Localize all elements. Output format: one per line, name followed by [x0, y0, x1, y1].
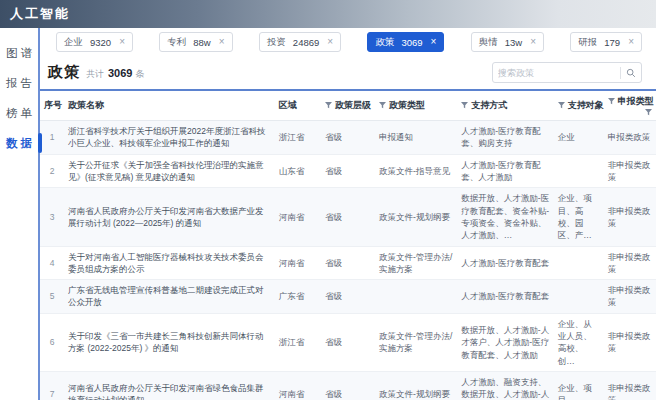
apply-type-cell: 非申报类政策 [604, 188, 656, 246]
filter-tag-3[interactable]: 政策3069× [367, 32, 444, 52]
column-header-label: 政策类型 [389, 100, 425, 110]
table-row: 1浙江省科学技术厅关于组织开展2022年度浙江省科技小巨人企业、科技领军企业申报… [40, 121, 656, 155]
policy-type-cell: 政策文件-规划纲要 [375, 372, 457, 400]
total-count: 3069 [108, 67, 132, 79]
policy-name[interactable]: 浙江省科学技术厅关于组织开展2022年度浙江省科技小巨人企业、科技领军企业申报工… [64, 121, 275, 155]
apply-type-cell: 非申报类政策 [604, 313, 656, 371]
top-header-bar: 人工智能 [0, 0, 656, 28]
tag-count: 179 [604, 37, 620, 48]
column-header-2: 区域 [275, 91, 321, 121]
column-header-5[interactable]: 支持方式 [457, 91, 553, 121]
close-icon[interactable]: × [431, 37, 437, 47]
column-header-label: 支持对象 [568, 100, 604, 110]
column-header-6[interactable]: 支持对象 [554, 91, 604, 121]
tag-count: 9320 [90, 37, 111, 48]
column-header-4[interactable]: 政策类型 [375, 91, 457, 121]
filter-icon[interactable] [461, 102, 468, 109]
close-icon[interactable]: × [119, 37, 125, 47]
search-input[interactable] [498, 68, 615, 78]
tag-label: 企业 [64, 36, 83, 49]
policy-type-cell: 政策文件-管理办法/实施方案 [375, 313, 457, 371]
row-number: 5 [40, 280, 64, 314]
search-icon[interactable] [626, 68, 636, 78]
policy-name[interactable]: 关于对河南省人工智能医疗器械科技攻关技术委员会委员组成方案的公示 [64, 246, 275, 280]
sidebar-item-3[interactable]: 数 据 [0, 128, 38, 158]
level-cell: 省级 [321, 313, 375, 371]
tag-label: 研报 [578, 36, 597, 49]
filter-tag-bar: 企业9320×专利88w×投资24869×政策3069×舆情13w×研报179× [40, 28, 656, 54]
region-cell: 山东省 [275, 154, 321, 188]
policy-name[interactable]: 关于印发《三省一市共建长三角科技创新共同体行动方案 (2022-2025年) 》… [64, 313, 275, 371]
total-prefix-label: 共计 [86, 68, 104, 81]
level-cell: 省级 [321, 154, 375, 188]
row-number: 6 [40, 313, 64, 371]
region-cell: 河南省 [275, 188, 321, 246]
filter-icon[interactable] [325, 102, 332, 109]
region-cell: 浙江省 [275, 121, 321, 155]
policy-type-cell: 申报通知 [375, 121, 457, 155]
close-icon[interactable]: × [219, 37, 225, 47]
filter-icon[interactable] [608, 98, 615, 105]
apply-type-cell: 非申报类政策 [604, 372, 656, 400]
active-indicator [38, 133, 42, 153]
support-target-cell [554, 154, 604, 188]
filter-tag-0[interactable]: 企业9320× [56, 32, 133, 52]
policy-panel: 政策 共计 3069 条 [40, 54, 656, 400]
apply-type-cell: 非申报类政策 [604, 154, 656, 188]
policy-name[interactable]: 河南省人民政府办公厅关于印发河南省绿色食品集群培育行动计划的通知 [64, 372, 275, 400]
column-header-label: 申报类型 [618, 96, 654, 106]
region-cell: 浙江省 [275, 313, 321, 371]
column-header-label: 政策名称 [68, 100, 104, 110]
filter-icon[interactable] [645, 109, 652, 116]
table-row: 7河南省人民政府办公厅关于印发河南省绿色食品集群培育行动计划的通知河南省省级政策… [40, 372, 656, 400]
filter-tag-4[interactable]: 舆情13w× [471, 32, 544, 52]
column-header-7[interactable]: 申报类型 [604, 91, 656, 121]
level-cell: 省级 [321, 121, 375, 155]
row-number: 4 [40, 246, 64, 280]
row-number: 3 [40, 188, 64, 246]
sidebar-item-0[interactable]: 图 谱 [0, 38, 38, 68]
filter-tag-1[interactable]: 专利88w× [159, 32, 232, 52]
filter-tag-2[interactable]: 投资24869× [259, 32, 341, 52]
filter-tag-5[interactable]: 研报179× [570, 32, 642, 52]
close-icon[interactable]: × [628, 37, 634, 47]
support-target-cell: 企业 [554, 121, 604, 155]
filter-icon[interactable] [379, 102, 386, 109]
policy-table: 序号政策名称区域政策层级政策类型支持方式支持对象申报类型 1浙江省科学技术厅关于… [40, 91, 656, 400]
sidebar-item-2[interactable]: 榜 单 [0, 98, 38, 128]
policy-name[interactable]: 关于公开征求《关于加强全省科技伦理治理的实施意见》(征求意见稿) 意见建议的通知 [64, 154, 275, 188]
row-number: 7 [40, 372, 64, 400]
column-header-1: 政策名称 [64, 91, 275, 121]
table-row: 4关于对河南省人工智能医疗器械科技攻关技术委员会委员组成方案的公示河南省省级政策… [40, 246, 656, 280]
search-box [492, 62, 642, 83]
app-window: 人工智能 图 谱报 告榜 单数 据 企业9320×专利88w×投资24869×政… [0, 0, 656, 400]
section-title: 政策 [48, 63, 80, 82]
support-mode-cell: 人才激励-医疗教育配套 [457, 280, 553, 314]
support-mode-cell: 人才激励、融资支持、数据开放、人才激励-人才落户 [457, 372, 553, 400]
policy-type-cell: 政策文件-规划纲要 [375, 188, 457, 246]
region-cell: 广东省 [275, 280, 321, 314]
policy-name[interactable]: 广东省无线电管理宣传科普基地二期建设完成正式对公众开放 [64, 280, 275, 314]
policy-type-cell [375, 280, 457, 314]
tag-count: 13w [505, 37, 522, 48]
level-cell: 省级 [321, 372, 375, 400]
policy-type-cell: 政策文件-指导意见 [375, 154, 457, 188]
region-cell: 河南省 [275, 372, 321, 400]
tag-label: 政策 [375, 36, 394, 49]
column-header-label: 政策层级 [335, 100, 371, 110]
column-header-3[interactable]: 政策层级 [321, 91, 375, 121]
apply-type-cell: 非申报类政策 [604, 246, 656, 280]
table-row: 6关于印发《三省一市共建长三角科技创新共同体行动方案 (2022-2025年) … [40, 313, 656, 371]
support-target-cell: 企业、项目、高校、园区、产… [554, 188, 604, 246]
close-icon[interactable]: × [530, 37, 536, 47]
close-icon[interactable]: × [327, 37, 333, 47]
column-header-label: 序号 [44, 100, 62, 110]
support-target-cell: 企业、从业人员、高校、创… [554, 313, 604, 371]
sidebar-item-1[interactable]: 报 告 [0, 68, 38, 98]
policy-name[interactable]: 河南省人民政府办公厅关于印发河南省大数据产业发展行动计划 (2022—2025年… [64, 188, 275, 246]
search-divider [620, 67, 621, 79]
table-header: 序号政策名称区域政策层级政策类型支持方式支持对象申报类型 [40, 91, 656, 121]
row-number: 1 [40, 121, 64, 155]
page-title: 人工智能 [10, 5, 70, 23]
filter-icon[interactable] [558, 102, 565, 109]
